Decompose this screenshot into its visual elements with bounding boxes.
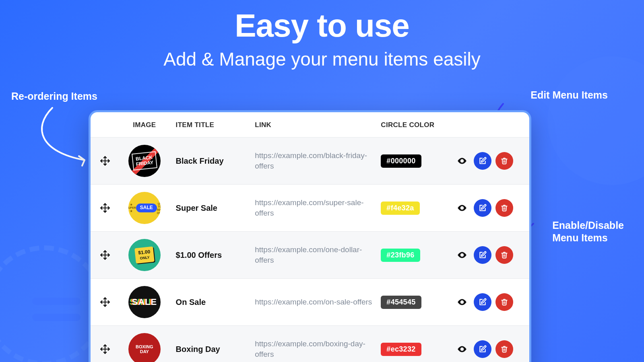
item-thumbnail: BOXINGDAY <box>128 333 161 362</box>
menu-items-table: IMAGE ITEM TITLE LINK CIRCLE COLOR BLACK… <box>91 112 529 362</box>
visibility-toggle[interactable] <box>454 341 470 357</box>
table-row: ★ SUPER ★SALEUP TO 50% OFFSuper Salehttp… <box>91 185 529 232</box>
item-thumbnail: $1.00ONLY <box>128 239 161 271</box>
delete-button[interactable] <box>495 293 513 311</box>
drag-handle-icon[interactable] <box>97 294 113 310</box>
svg-point-8 <box>461 254 463 256</box>
drag-handle-icon[interactable] <box>97 247 113 263</box>
header-link: LINK <box>251 112 377 138</box>
edit-button[interactable] <box>474 293 491 311</box>
menu-items-panel: IMAGE ITEM TITLE LINK CIRCLE COLOR BLACK… <box>89 110 531 362</box>
item-link: https://example.com/on-sale-offers <box>255 297 373 307</box>
svg-point-2 <box>461 160 463 162</box>
header-image: IMAGE <box>117 112 172 138</box>
hero-subtitle: Add & Manage your menu items easily <box>0 48 644 70</box>
callout-edit: Edit Menu Items <box>530 89 608 101</box>
delete-button[interactable] <box>495 340 513 358</box>
item-thumbnail: BLACKFRIDAY <box>128 145 161 177</box>
item-thumbnail: SALE <box>128 286 161 318</box>
color-chip: #f4e32a <box>381 202 419 215</box>
item-title: $1.00 Offers <box>176 251 247 260</box>
svg-point-11 <box>461 301 463 303</box>
callout-toggle: Enable/Disable Menu Items <box>552 219 624 245</box>
item-title: On Sale <box>176 298 247 307</box>
edit-button[interactable] <box>474 340 491 358</box>
header-title: ITEM TITLE <box>172 112 251 138</box>
delete-button[interactable] <box>495 199 513 217</box>
table-row: BOXINGDAYBoxing Dayhttps://example.com/b… <box>91 326 529 362</box>
drag-handle-icon[interactable] <box>97 200 113 216</box>
item-title: Black Friday <box>176 156 247 166</box>
item-link: https://example.com/super-sale-offers <box>255 197 373 218</box>
item-thumbnail: ★ SUPER ★SALEUP TO 50% OFF <box>128 192 161 224</box>
visibility-toggle[interactable] <box>454 247 470 263</box>
visibility-toggle[interactable] <box>454 294 470 310</box>
color-chip: #000000 <box>381 154 421 168</box>
drag-handle-icon[interactable] <box>97 341 113 357</box>
decor-bars <box>32 298 80 330</box>
svg-point-14 <box>461 348 463 350</box>
visibility-toggle[interactable] <box>454 200 470 216</box>
item-link: https://example.com/one-dollar-offers <box>255 245 373 265</box>
callout-reorder: Re-ordering Items <box>11 90 97 102</box>
item-title: Super Sale <box>176 204 247 213</box>
table-row: $1.00ONLY$1.00 Offershttps://example.com… <box>91 232 529 279</box>
edit-button[interactable] <box>474 246 491 264</box>
color-chip: #454545 <box>381 296 421 309</box>
table-row: SALEOn Salehttps://example.com/on-sale-o… <box>91 279 529 326</box>
item-title: Boxing Day <box>176 345 247 354</box>
drag-handle-icon[interactable] <box>97 153 113 169</box>
color-chip: #ec3232 <box>381 343 421 356</box>
edit-button[interactable] <box>474 152 491 170</box>
header-color: CIRCLE COLOR <box>377 112 450 138</box>
edit-button[interactable] <box>474 199 491 217</box>
item-link: https://example.com/boxing-day-offers <box>255 339 373 359</box>
table-row: BLACKFRIDAYBlack Fridayhttps://example.c… <box>91 138 529 185</box>
delete-button[interactable] <box>495 152 513 170</box>
decor-circle <box>547 56 644 185</box>
hero-title: Easy to use <box>0 7 644 44</box>
svg-point-5 <box>461 207 463 209</box>
color-chip: #23fb96 <box>381 249 420 262</box>
visibility-toggle[interactable] <box>454 153 470 169</box>
delete-button[interactable] <box>495 246 513 264</box>
item-link: https://example.com/black-friday-offers <box>255 150 373 171</box>
